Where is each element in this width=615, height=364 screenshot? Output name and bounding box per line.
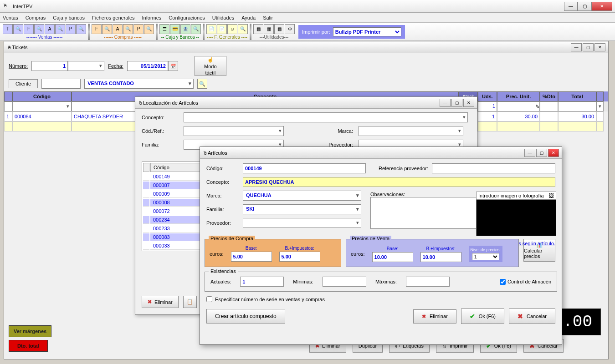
fecha-input[interactable]: [127, 61, 168, 71]
numero-input[interactable]: [31, 61, 68, 71]
menu-utilidades[interactable]: Utilidades: [212, 15, 234, 20]
art-min-button[interactable]: —: [524, 149, 535, 157]
ventas-icon-2[interactable]: 🔍: [13, 24, 23, 34]
cursor-icon: 🖱: [138, 100, 143, 106]
fgen-icon-2[interactable]: 📄: [217, 24, 227, 34]
filter-end[interactable]: [596, 101, 604, 111]
loc-codref-label: Cód./Ref.:: [142, 128, 178, 134]
toolbar: T 🔍 F 🔍 A 🔍 P 🔍 ------- Ventas ------ F …: [0, 23, 615, 41]
art-max-button[interactable]: ▢: [536, 149, 547, 157]
loc-extra-button[interactable]: 📋: [183, 296, 197, 308]
exist-min-input[interactable]: [323, 277, 366, 287]
loc-marca-input[interactable]: [359, 126, 463, 136]
cursor-icon: 🖱: [7, 45, 12, 50]
compras-icon-2[interactable]: 🔍: [102, 24, 112, 34]
util-icon-2[interactable]: ▦: [264, 24, 274, 34]
menu-config[interactable]: Configuraciones: [169, 15, 205, 20]
tickets-close-button[interactable]: ✕: [594, 43, 605, 51]
dto-total-button[interactable]: Dto. total: [9, 340, 48, 352]
fgen-icon-1[interactable]: 📄: [206, 24, 216, 34]
tickets-min-button[interactable]: —: [571, 43, 582, 51]
compras-icon-4[interactable]: 🔍: [123, 24, 133, 34]
menu-compras[interactable]: Compras: [26, 15, 46, 20]
toolbar-group-ventas: T 🔍 F 🔍 A 🔍 P 🔍 ------- Ventas ------: [2, 24, 87, 40]
check-icon: ✔: [470, 313, 475, 320]
art-proveedor-combo[interactable]: [243, 218, 361, 228]
compras-icon-6[interactable]: 🔍: [144, 24, 154, 34]
col-total: Total: [558, 91, 596, 101]
art-image-area[interactable]: [476, 200, 556, 236]
loc-min-button[interactable]: —: [440, 99, 451, 107]
art-cancelar-button[interactable]: ✖Cancelar: [509, 308, 555, 324]
loc-eliminar-button[interactable]: ✖Eliminar: [142, 296, 179, 308]
filter-uds[interactable]: 1: [478, 101, 497, 111]
art-close-button[interactable]: ✕: [548, 149, 559, 157]
toolbar-group-fgen: 📄 📄 ☺ 🔍 ---- F. Generales ----: [205, 24, 249, 40]
art-familia-combo[interactable]: SKI: [243, 204, 361, 214]
loc-max-button[interactable]: ▢: [451, 99, 462, 107]
compra-imp-input[interactable]: [279, 252, 320, 262]
ventas-icon-3[interactable]: F: [24, 24, 34, 34]
nivel-select[interactable]: 1: [472, 253, 499, 260]
printer-select[interactable]: Bullzip PDF Printer: [333, 27, 401, 36]
image-icon[interactable]: 🖼: [549, 193, 554, 198]
compra-base-input[interactable]: [231, 252, 272, 262]
caja-icon-2[interactable]: 💳: [170, 24, 180, 34]
art-codigo-input[interactable]: [243, 163, 366, 173]
compras-icon-3[interactable]: A: [113, 24, 123, 34]
cliente-code-input[interactable]: [41, 79, 81, 89]
menu-ayuda[interactable]: Ayuda: [241, 15, 256, 20]
art-eliminar-button[interactable]: ✖Eliminar: [413, 309, 456, 324]
tickets-max-button[interactable]: ▢: [583, 43, 594, 51]
util-icon-4[interactable]: ⚙: [285, 24, 295, 34]
util-icon-1[interactable]: ▦: [253, 24, 263, 34]
menu-salir[interactable]: Salir: [263, 15, 273, 20]
menu-ventas[interactable]: Ventas: [3, 15, 18, 20]
loc-concepto-input[interactable]: [184, 112, 468, 122]
menu-informes[interactable]: Informes: [142, 15, 162, 20]
fgen-icon-3[interactable]: ☺: [227, 24, 237, 34]
ventas-icon-8[interactable]: 🔍: [76, 24, 86, 34]
art-observ-input[interactable]: [370, 197, 478, 229]
compras-icon-5[interactable]: P: [133, 24, 144, 34]
art-marca-combo[interactable]: QUECHUA: [243, 191, 361, 201]
close-button[interactable]: ✕: [591, 2, 612, 11]
pen-icon[interactable]: ✎: [535, 104, 539, 110]
venta-imp-input[interactable]: [420, 252, 461, 262]
ventas-icon-4[interactable]: 🔍: [34, 24, 44, 34]
compras-icon-1[interactable]: F: [92, 24, 102, 34]
caja-icon-1[interactable]: ☰: [159, 24, 169, 34]
ver-margenes-button[interactable]: Ver márgenes: [9, 325, 51, 337]
ventas-icon-1[interactable]: T: [3, 24, 13, 34]
ventas-icon-7[interactable]: P: [66, 24, 76, 34]
art-ok-button[interactable]: ✔Ok (F6): [461, 308, 504, 324]
crear-compuesto-button[interactable]: Crear artículo compuesto: [206, 309, 285, 324]
caja-icon-3[interactable]: 🏦: [180, 24, 190, 34]
art-concepto-input[interactable]: [243, 177, 555, 187]
control-almacen-checkbox[interactable]: [500, 279, 506, 285]
cliente-search-icon[interactable]: 🔍: [197, 79, 207, 89]
ventas-icon-5[interactable]: A: [45, 24, 55, 34]
calendar-icon[interactable]: 📅: [168, 61, 178, 71]
loc-codref-input[interactable]: [184, 126, 284, 136]
fgen-icon-4[interactable]: 🔍: [238, 24, 248, 34]
venta-base-input[interactable]: [372, 252, 413, 262]
util-icon-3[interactable]: ▦: [274, 24, 284, 34]
serie-checkbox[interactable]: [206, 296, 212, 302]
menu-ficheros[interactable]: Ficheros generales: [92, 15, 135, 20]
exist-actuales-input[interactable]: [240, 277, 284, 287]
minimize-button[interactable]: —: [564, 2, 578, 11]
filter-codigo[interactable]: [12, 101, 72, 111]
modo-tactil-button[interactable]: ☝ Modo táctil: [195, 56, 226, 76]
ventas-icon-6[interactable]: 🔍: [55, 24, 65, 34]
maximize-button[interactable]: ▢: [578, 2, 591, 11]
app-icon: 🖱: [3, 3, 10, 10]
menu-caja[interactable]: Caja y bancos: [53, 15, 85, 20]
caja-icon-4[interactable]: 🔍: [191, 24, 201, 34]
ventas-group-label: ------- Ventas ------: [26, 35, 62, 40]
loc-close-button[interactable]: ✕: [463, 99, 474, 107]
cliente-combo[interactable]: VENTAS CONTADO: [84, 79, 194, 89]
numero-combo[interactable]: [68, 61, 104, 71]
exist-max-input[interactable]: [406, 277, 450, 287]
art-refprov-input[interactable]: [432, 163, 555, 173]
